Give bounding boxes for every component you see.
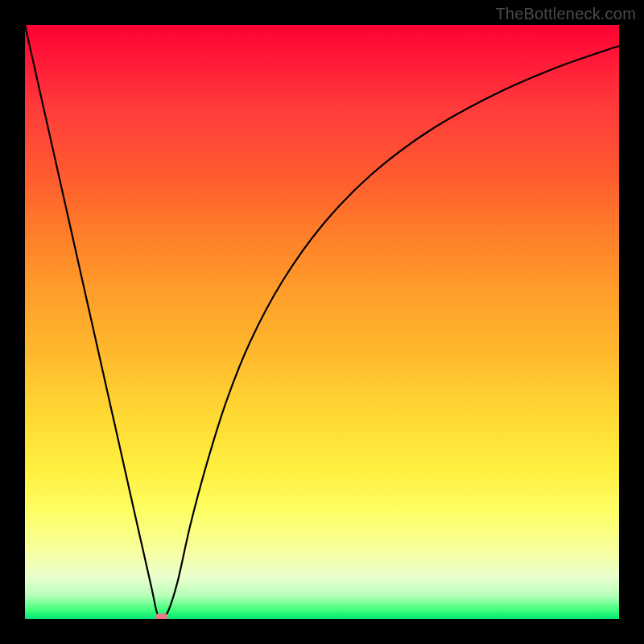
watermark-label: TheBottleneck.com: [495, 5, 636, 23]
chart-frame: TheBottleneck.com: [0, 0, 644, 644]
curve-layer: [25, 25, 619, 619]
bottleneck-curve: [25, 25, 619, 617]
plot-area: [25, 25, 619, 619]
